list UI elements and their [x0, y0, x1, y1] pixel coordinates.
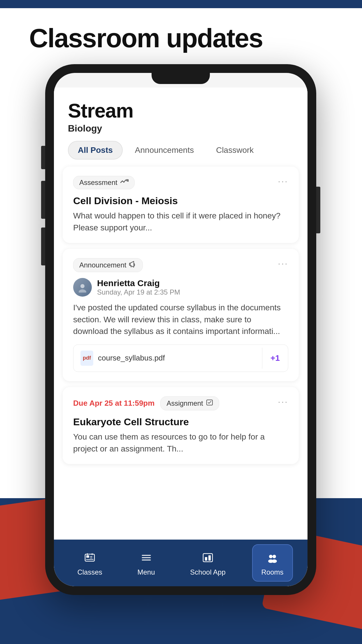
classes-icon: [82, 550, 98, 566]
svg-rect-10: [208, 555, 211, 561]
assessment-card[interactable]: Assessment ··· Cell Division - Meiosis W…: [63, 167, 299, 243]
announcement-more-button[interactable]: ···: [278, 258, 288, 269]
stream-title: Stream: [68, 99, 294, 122]
attachment-name: course_syllabus.pdf: [98, 354, 165, 363]
cards-container: Assessment ··· Cell Division - Meiosis W…: [54, 167, 307, 464]
page-title: Classroom updates: [29, 23, 263, 53]
phone-side-button-1: [41, 146, 45, 169]
tab-all-posts[interactable]: All Posts: [68, 141, 123, 160]
svg-rect-9: [205, 557, 207, 561]
assessment-card-body: What would happen to this cell if it wer…: [73, 210, 288, 234]
author-info: Henrietta Craig Sunday, Apr 19 at 2:35 P…: [97, 278, 180, 296]
avatar: [73, 278, 92, 297]
svg-point-0: [80, 284, 85, 288]
nav-item-classes[interactable]: Classes: [68, 545, 111, 581]
attachment-file: pdf course_syllabus.pdf: [73, 345, 262, 372]
svg-point-12: [273, 555, 276, 558]
phone-side-button-right: [316, 187, 320, 233]
menu-label: Menu: [138, 568, 155, 576]
assignment-icon: [206, 399, 213, 408]
announcement-badge: Announcement: [73, 258, 143, 272]
assessment-card-header: Assessment ···: [73, 176, 288, 189]
school-app-label: School App: [190, 568, 225, 576]
author-name: Henrietta Craig: [97, 278, 180, 288]
tab-announcements[interactable]: Announcements: [125, 141, 204, 160]
svg-rect-8: [203, 554, 212, 562]
svg-point-1: [79, 289, 86, 293]
assessment-more-button[interactable]: ···: [278, 176, 288, 187]
svg-rect-4: [86, 555, 89, 558]
announcement-card-header: Announcement ···: [73, 258, 288, 272]
tab-classwork[interactable]: Classwork: [206, 141, 263, 160]
assessment-badge: Assessment: [73, 176, 135, 189]
school-app-icon: [200, 550, 216, 566]
phone-notch: [152, 73, 210, 84]
attachment[interactable]: pdf course_syllabus.pdf +1: [73, 344, 288, 372]
svg-rect-3: [85, 554, 94, 561]
nav-item-rooms[interactable]: Rooms: [252, 544, 293, 582]
tabs-bar: All Posts Announcements Classwork: [54, 141, 307, 160]
nav-item-menu[interactable]: Menu: [129, 545, 164, 581]
phone-screen: Stream Biology All Posts Announcements C…: [54, 73, 307, 586]
author-time: Sunday, Apr 19 at 2:35 PM: [97, 288, 180, 296]
assessment-icon: [120, 178, 129, 187]
avatar-placeholder: [73, 278, 92, 297]
due-date: Due Apr 25 at 11:59pm: [73, 399, 154, 408]
nav-item-school-app[interactable]: School App: [181, 545, 234, 581]
assignment-card[interactable]: Due Apr 25 at 11:59pm Assignment: [63, 387, 299, 464]
announcement-card[interactable]: Announcement ···: [63, 249, 299, 381]
top-bar: [0, 0, 362, 8]
phone-side-button-3: [41, 228, 45, 265]
phone-frame: Stream Biology All Posts Announcements C…: [45, 64, 316, 595]
attachment-more[interactable]: +1: [262, 348, 288, 369]
pdf-icon: pdf: [80, 351, 93, 366]
assignment-badge: Assignment: [160, 396, 219, 410]
bottom-nav: Classes Menu: [54, 540, 307, 586]
assignment-more-button[interactable]: ···: [278, 396, 288, 407]
assignment-card-title: Eukaryote Cell Structure: [73, 416, 288, 428]
stream-header: Stream Biology: [54, 88, 307, 141]
assignment-card-body: You can use them as resources to go to f…: [73, 431, 288, 455]
classes-label: Classes: [77, 568, 102, 576]
rooms-icon: [264, 550, 281, 566]
announcement-icon: [129, 261, 137, 270]
rooms-label: Rooms: [261, 568, 284, 576]
assessment-card-title: Cell Division - Meiosis: [73, 195, 288, 206]
announcement-card-body: I've posted the updated course syllabus …: [73, 302, 288, 337]
menu-icon: [138, 550, 154, 566]
assignment-card-header: Due Apr 25 at 11:59pm Assignment: [73, 396, 288, 410]
phone-side-button-2: [41, 181, 45, 219]
svg-point-11: [269, 555, 273, 558]
screen-content: Stream Biology All Posts Announcements C…: [54, 88, 307, 586]
stream-subtitle: Biology: [68, 123, 294, 134]
author-row: Henrietta Craig Sunday, Apr 19 at 2:35 P…: [73, 278, 288, 297]
svg-point-14: [272, 559, 277, 563]
